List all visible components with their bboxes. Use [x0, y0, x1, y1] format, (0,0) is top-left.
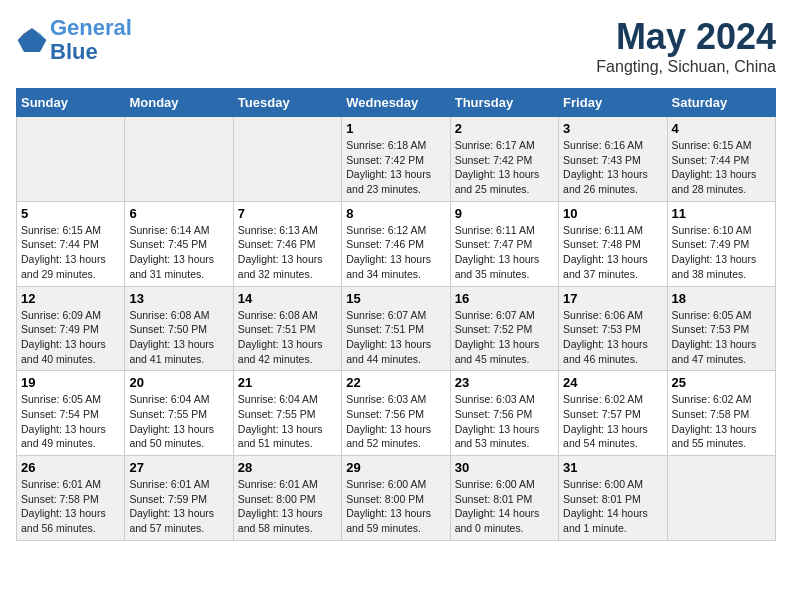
day-info: Sunrise: 6:16 AMSunset: 7:43 PMDaylight:… — [563, 138, 662, 197]
day-number: 31 — [563, 460, 662, 475]
day-number: 7 — [238, 206, 337, 221]
calendar-table: SundayMondayTuesdayWednesdayThursdayFrid… — [16, 88, 776, 541]
calendar-cell: 31Sunrise: 6:00 AMSunset: 8:01 PMDayligh… — [559, 456, 667, 541]
calendar-cell: 13Sunrise: 6:08 AMSunset: 7:50 PMDayligh… — [125, 286, 233, 371]
day-number: 5 — [21, 206, 120, 221]
day-info: Sunrise: 6:09 AMSunset: 7:49 PMDaylight:… — [21, 308, 120, 367]
logo-icon — [16, 24, 48, 56]
day-number: 29 — [346, 460, 445, 475]
calendar-cell — [17, 117, 125, 202]
day-info: Sunrise: 6:10 AMSunset: 7:49 PMDaylight:… — [672, 223, 771, 282]
calendar-cell: 9Sunrise: 6:11 AMSunset: 7:47 PMDaylight… — [450, 201, 558, 286]
header-cell-friday: Friday — [559, 89, 667, 117]
day-number: 3 — [563, 121, 662, 136]
day-info: Sunrise: 6:11 AMSunset: 7:48 PMDaylight:… — [563, 223, 662, 282]
day-info: Sunrise: 6:04 AMSunset: 7:55 PMDaylight:… — [129, 392, 228, 451]
day-number: 1 — [346, 121, 445, 136]
calendar-cell: 28Sunrise: 6:01 AMSunset: 8:00 PMDayligh… — [233, 456, 341, 541]
logo: General Blue — [16, 16, 132, 64]
calendar-cell: 10Sunrise: 6:11 AMSunset: 7:48 PMDayligh… — [559, 201, 667, 286]
calendar-cell: 8Sunrise: 6:12 AMSunset: 7:46 PMDaylight… — [342, 201, 450, 286]
day-number: 10 — [563, 206, 662, 221]
day-number: 18 — [672, 291, 771, 306]
calendar-cell: 12Sunrise: 6:09 AMSunset: 7:49 PMDayligh… — [17, 286, 125, 371]
calendar-cell: 1Sunrise: 6:18 AMSunset: 7:42 PMDaylight… — [342, 117, 450, 202]
day-info: Sunrise: 6:12 AMSunset: 7:46 PMDaylight:… — [346, 223, 445, 282]
header-cell-sunday: Sunday — [17, 89, 125, 117]
day-info: Sunrise: 6:15 AMSunset: 7:44 PMDaylight:… — [21, 223, 120, 282]
day-info: Sunrise: 6:11 AMSunset: 7:47 PMDaylight:… — [455, 223, 554, 282]
calendar-cell: 17Sunrise: 6:06 AMSunset: 7:53 PMDayligh… — [559, 286, 667, 371]
day-number: 24 — [563, 375, 662, 390]
calendar-cell: 5Sunrise: 6:15 AMSunset: 7:44 PMDaylight… — [17, 201, 125, 286]
day-info: Sunrise: 6:01 AMSunset: 7:59 PMDaylight:… — [129, 477, 228, 536]
calendar-cell: 24Sunrise: 6:02 AMSunset: 7:57 PMDayligh… — [559, 371, 667, 456]
day-number: 22 — [346, 375, 445, 390]
day-number: 19 — [21, 375, 120, 390]
day-info: Sunrise: 6:18 AMSunset: 7:42 PMDaylight:… — [346, 138, 445, 197]
calendar-cell: 18Sunrise: 6:05 AMSunset: 7:53 PMDayligh… — [667, 286, 775, 371]
calendar-cell: 26Sunrise: 6:01 AMSunset: 7:58 PMDayligh… — [17, 456, 125, 541]
header-row: SundayMondayTuesdayWednesdayThursdayFrid… — [17, 89, 776, 117]
week-row-2: 5Sunrise: 6:15 AMSunset: 7:44 PMDaylight… — [17, 201, 776, 286]
day-info: Sunrise: 6:03 AMSunset: 7:56 PMDaylight:… — [455, 392, 554, 451]
calendar-cell: 3Sunrise: 6:16 AMSunset: 7:43 PMDaylight… — [559, 117, 667, 202]
day-info: Sunrise: 6:15 AMSunset: 7:44 PMDaylight:… — [672, 138, 771, 197]
main-title: May 2024 — [596, 16, 776, 58]
day-number: 11 — [672, 206, 771, 221]
calendar-cell: 19Sunrise: 6:05 AMSunset: 7:54 PMDayligh… — [17, 371, 125, 456]
day-info: Sunrise: 6:07 AMSunset: 7:51 PMDaylight:… — [346, 308, 445, 367]
day-number: 23 — [455, 375, 554, 390]
day-info: Sunrise: 6:00 AMSunset: 8:00 PMDaylight:… — [346, 477, 445, 536]
day-info: Sunrise: 6:00 AMSunset: 8:01 PMDaylight:… — [563, 477, 662, 536]
day-info: Sunrise: 6:03 AMSunset: 7:56 PMDaylight:… — [346, 392, 445, 451]
day-info: Sunrise: 6:14 AMSunset: 7:45 PMDaylight:… — [129, 223, 228, 282]
logo-general: General — [50, 15, 132, 40]
calendar-body: 1Sunrise: 6:18 AMSunset: 7:42 PMDaylight… — [17, 117, 776, 541]
day-number: 8 — [346, 206, 445, 221]
calendar-cell — [233, 117, 341, 202]
calendar-cell: 4Sunrise: 6:15 AMSunset: 7:44 PMDaylight… — [667, 117, 775, 202]
header-cell-monday: Monday — [125, 89, 233, 117]
header-cell-thursday: Thursday — [450, 89, 558, 117]
week-row-5: 26Sunrise: 6:01 AMSunset: 7:58 PMDayligh… — [17, 456, 776, 541]
calendar-cell: 21Sunrise: 6:04 AMSunset: 7:55 PMDayligh… — [233, 371, 341, 456]
header-cell-tuesday: Tuesday — [233, 89, 341, 117]
calendar-cell: 23Sunrise: 6:03 AMSunset: 7:56 PMDayligh… — [450, 371, 558, 456]
subtitle: Fangting, Sichuan, China — [596, 58, 776, 76]
day-number: 17 — [563, 291, 662, 306]
day-number: 12 — [21, 291, 120, 306]
calendar-cell — [125, 117, 233, 202]
week-row-4: 19Sunrise: 6:05 AMSunset: 7:54 PMDayligh… — [17, 371, 776, 456]
day-number: 15 — [346, 291, 445, 306]
header-cell-saturday: Saturday — [667, 89, 775, 117]
calendar-cell: 2Sunrise: 6:17 AMSunset: 7:42 PMDaylight… — [450, 117, 558, 202]
day-info: Sunrise: 6:02 AMSunset: 7:57 PMDaylight:… — [563, 392, 662, 451]
day-number: 2 — [455, 121, 554, 136]
day-number: 13 — [129, 291, 228, 306]
header-cell-wednesday: Wednesday — [342, 89, 450, 117]
day-number: 20 — [129, 375, 228, 390]
day-number: 21 — [238, 375, 337, 390]
day-number: 14 — [238, 291, 337, 306]
calendar-cell: 22Sunrise: 6:03 AMSunset: 7:56 PMDayligh… — [342, 371, 450, 456]
day-info: Sunrise: 6:06 AMSunset: 7:53 PMDaylight:… — [563, 308, 662, 367]
day-info: Sunrise: 6:01 AMSunset: 7:58 PMDaylight:… — [21, 477, 120, 536]
calendar-cell: 20Sunrise: 6:04 AMSunset: 7:55 PMDayligh… — [125, 371, 233, 456]
day-info: Sunrise: 6:08 AMSunset: 7:50 PMDaylight:… — [129, 308, 228, 367]
calendar-cell: 7Sunrise: 6:13 AMSunset: 7:46 PMDaylight… — [233, 201, 341, 286]
day-info: Sunrise: 6:05 AMSunset: 7:53 PMDaylight:… — [672, 308, 771, 367]
week-row-3: 12Sunrise: 6:09 AMSunset: 7:49 PMDayligh… — [17, 286, 776, 371]
day-number: 6 — [129, 206, 228, 221]
calendar-cell: 30Sunrise: 6:00 AMSunset: 8:01 PMDayligh… — [450, 456, 558, 541]
day-info: Sunrise: 6:01 AMSunset: 8:00 PMDaylight:… — [238, 477, 337, 536]
day-number: 16 — [455, 291, 554, 306]
calendar-cell: 15Sunrise: 6:07 AMSunset: 7:51 PMDayligh… — [342, 286, 450, 371]
day-number: 26 — [21, 460, 120, 475]
day-info: Sunrise: 6:00 AMSunset: 8:01 PMDaylight:… — [455, 477, 554, 536]
day-number: 27 — [129, 460, 228, 475]
day-number: 30 — [455, 460, 554, 475]
day-info: Sunrise: 6:13 AMSunset: 7:46 PMDaylight:… — [238, 223, 337, 282]
day-info: Sunrise: 6:07 AMSunset: 7:52 PMDaylight:… — [455, 308, 554, 367]
calendar-cell — [667, 456, 775, 541]
